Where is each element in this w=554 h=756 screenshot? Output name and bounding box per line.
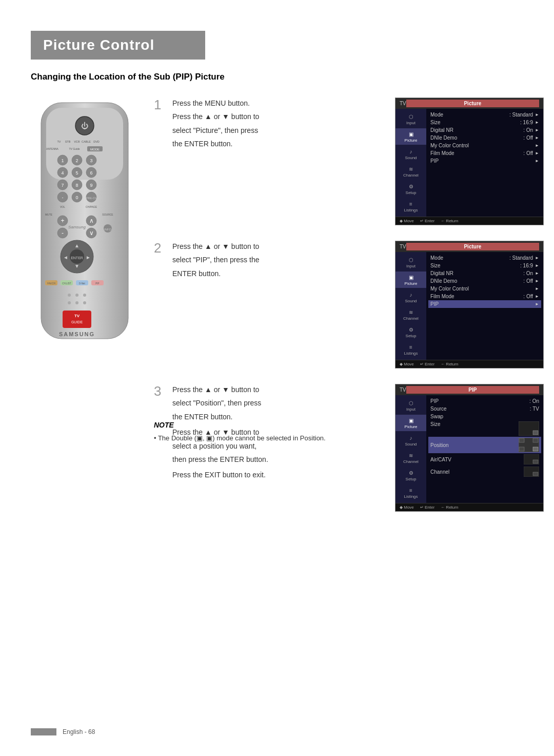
setup-icon-3: ⚙: [406, 469, 416, 476]
menu-row-source: Source : TV: [430, 405, 539, 413]
sidebar-setup-2: ⚙ Setup: [395, 324, 426, 340]
sidebar-channel-1: ≋ Channel: [395, 163, 426, 180]
listings-icon-3: ≡: [406, 487, 416, 494]
svg-text:8: 8: [75, 183, 78, 188]
svg-rect-87: [533, 472, 538, 476]
tv-menu-2-body: ⬡ Input ▣ Picture ♪ Sound ≋ Channel: [395, 252, 543, 360]
svg-point-71: [75, 301, 78, 304]
svg-rect-80: [533, 447, 538, 451]
tv-menu-1: TV Picture ⬡ Input ▣ Picture ♪ Sound: [395, 98, 544, 225]
menu-row-size-2: Size : 16:9 ►: [430, 262, 539, 269]
svg-text:◄: ◄: [63, 255, 68, 260]
svg-text:SAMSUNG: SAMSUNG: [59, 331, 95, 337]
svg-text:6: 6: [90, 170, 92, 176]
menu-3-title: PIP: [406, 386, 539, 394]
section-heading: Changing the Location of the Sub (PIP) P…: [31, 72, 225, 82]
svg-text:FAV.CH: FAV.CH: [47, 282, 55, 285]
svg-text:0: 0: [75, 195, 78, 200]
svg-text:SOURCE: SOURCE: [102, 213, 113, 216]
svg-text:∧: ∧: [89, 217, 94, 224]
channel-icon-3: ≋: [406, 452, 416, 459]
svg-point-72: [83, 301, 86, 304]
channel-icon-1: ≋: [406, 165, 416, 172]
menu-row-pip-on: PIP : On: [430, 397, 539, 405]
tv-menu-3-body: ⬡ Input ▣ Picture ♪ Sound ≋ Channel: [395, 395, 543, 503]
svg-text:2: 2: [75, 158, 78, 163]
menu-row-channel: Channel: [430, 466, 539, 478]
tv-menu-3-footer: ◆ Move ↵ Enter ← Return: [395, 503, 543, 511]
tv-menu-2-sidebar: ⬡ Input ▣ Picture ♪ Sound ≋ Channel: [395, 252, 426, 360]
channel-icon-2: ≋: [406, 308, 416, 316]
svg-text:VCR: VCR: [74, 140, 80, 143]
svg-rect-81: [519, 447, 524, 451]
listings-icon-2: ≡: [406, 343, 416, 351]
sidebar-input-3: ⬡ Input: [395, 397, 426, 414]
step-1-text: Press the MENU button. Press the ▲ or ▼ …: [172, 98, 385, 150]
svg-text:D-Net: D-Net: [79, 282, 86, 285]
setup-icon-1: ⚙: [406, 183, 416, 190]
svg-text:+: +: [61, 217, 64, 224]
step-3: 3 Press the ▲ or ▼ button to select "Pos…: [154, 384, 544, 512]
sidebar-setup-1: ⚙ Setup: [395, 181, 426, 197]
tv-menu-2-main: Mode : Standard ► Size : 16:9 ► Digital …: [426, 252, 543, 360]
menu-row-pip-1: PIP ►: [430, 157, 539, 165]
step-1-number: 1: [154, 98, 166, 225]
input-icon-3: ⬡: [406, 399, 416, 406]
menu-row-mode-1: Mode : Standard ►: [430, 111, 539, 119]
sidebar-sound-2: ♪ Sound: [395, 289, 426, 305]
svg-text:5: 5: [75, 170, 78, 176]
svg-text:VOL: VOL: [60, 205, 65, 208]
svg-text:9: 9: [90, 183, 92, 188]
svg-rect-85: [533, 460, 538, 463]
footer-page-number: English - 68: [63, 728, 95, 735]
svg-text:⏻: ⏻: [81, 122, 88, 130]
step-3-number: 3: [154, 384, 166, 512]
sidebar-input-1: ⬡ Input: [395, 111, 426, 127]
step-2-left: 2 Press the ▲ or ▼ button to select "PIP…: [154, 241, 385, 369]
tv-menu-2-header: TV Picture: [395, 241, 543, 252]
tv-menu-2-footer: ◆ Move ↵ Enter ← Return: [395, 360, 543, 368]
menu-1-title: Picture: [406, 100, 539, 107]
menu-row-dnr-2: Digital NR : On ►: [430, 269, 539, 277]
remote-control-image: ⏻ TV STB VCR CABLE DVD ANTENNA TV Guide …: [31, 98, 144, 364]
sidebar-listings-2: ≡ Listings: [395, 341, 426, 358]
tv-menu-3-sidebar: ⬡ Input ▣ Picture ♪ Sound ≋ Channel: [395, 395, 426, 503]
sidebar-setup-3: ⚙ Setup: [395, 467, 426, 483]
note-section: NOTE • The Double (▣, ▣) mode cannot be …: [154, 421, 503, 443]
step-2-content: Press the ▲ or ▼ button to select "PIP",…: [172, 241, 385, 369]
menu-row-dnr-1: Digital NR : On ►: [430, 126, 539, 134]
step-2-number: 2: [154, 241, 166, 369]
tv-menu-1-body: ⬡ Input ▣ Picture ♪ Sound ≋ Channel: [395, 109, 543, 217]
tv-menu-3-main: PIP : On Source : TV Swap Size: [426, 395, 543, 503]
picture-icon-2: ▣: [406, 274, 416, 281]
svg-text:INFO: INFO: [104, 228, 112, 231]
svg-text:CH/PAGE: CH/PAGE: [86, 205, 97, 208]
svg-text:CH.LIST: CH.LIST: [62, 282, 71, 285]
tv-menu-1-footer: ◆ Move ↵ Enter ← Return: [395, 217, 543, 225]
step-1: 1 Press the MENU button. Press the ▲ or …: [154, 98, 544, 225]
step-3-content: Press the ▲ or ▼ button to select "Posit…: [172, 384, 385, 512]
tv-menu-1-main: Mode : Standard ► Size : 16:9 ► Digital …: [426, 109, 543, 217]
menu-row-size-1: Size : 16:9 ►: [430, 119, 539, 126]
step-3-left: 3 Press the ▲ or ▼ button to select "Pos…: [154, 384, 385, 512]
picture-icon-1: ▣: [406, 130, 416, 138]
footer-bar: [31, 728, 56, 735]
sound-icon-1: ♪: [406, 148, 416, 155]
menu-row-swap: Swap: [430, 413, 539, 420]
menu-2-title: Picture: [406, 243, 539, 250]
note-title: NOTE: [154, 421, 503, 429]
svg-text:▼: ▼: [74, 263, 80, 269]
svg-text:DVD: DVD: [93, 140, 100, 143]
note-text: • The Double (▣, ▣) mode cannot be selec…: [154, 433, 503, 443]
menu-row-dnie-1: DNIe Demo : Off ►: [430, 134, 539, 142]
step-1-left: 1 Press the MENU button. Press the ▲ or …: [154, 98, 385, 225]
sound-icon-2: ♪: [406, 291, 416, 298]
svg-text:MODE: MODE: [90, 148, 100, 151]
steps-area: 1 Press the MENU button. Press the ▲ or …: [154, 98, 544, 527]
step-2: 2 Press the ▲ or ▼ button to select "PIP…: [154, 241, 544, 369]
svg-text:GUIDE: GUIDE: [71, 320, 83, 324]
svg-text:4: 4: [61, 170, 64, 176]
svg-text:TV: TV: [74, 314, 80, 318]
svg-rect-82: [519, 438, 524, 442]
sidebar-sound-1: ♪ Sound: [395, 146, 426, 162]
